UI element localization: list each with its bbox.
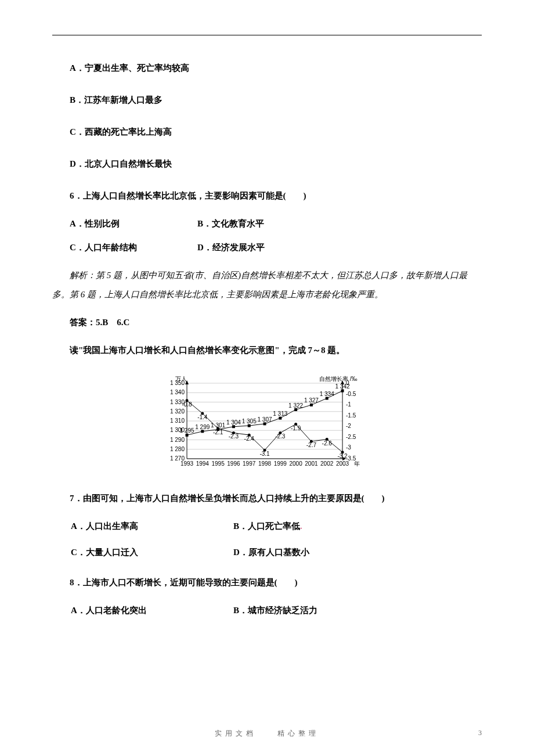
svg-text:-2.3: -2.3 (275, 433, 286, 440)
explanation-5-6: 解析：第 5 题，从图中可知五省(市、自治区)自然增长率相差不太大，但江苏总人口… (52, 266, 482, 304)
svg-text:2003: 2003 (336, 460, 349, 467)
intro-7-8: 读"我国上海市人口增长和人口自然增长率变化示意图"，完成 7～8 题。 (52, 341, 482, 360)
svg-text:-0.5: -0.5 (346, 391, 356, 397)
q7-stem: 7．由图可知，上海市人口自然增长呈负增长而总人口持续上升的主要原因是( ) (52, 489, 482, 508)
q5-option-d: D．北京人口自然增长最快 (52, 154, 482, 174)
footer-page-number: 3 (478, 729, 482, 737)
svg-text:-2.4: -2.4 (244, 435, 255, 442)
svg-rect-56 (264, 422, 266, 425)
svg-text:年: 年 (354, 460, 360, 467)
svg-text:1 295: 1 295 (179, 427, 194, 434)
q6-option-a: A．性别比例 (70, 218, 197, 229)
q6-option-b: B．文化教育水平 (197, 218, 325, 229)
svg-text:-0.8: -0.8 (182, 401, 192, 408)
answer-5-6: 答案：5.B 6.C (52, 317, 482, 328)
svg-rect-60 (294, 408, 297, 411)
svg-text:1 305: 1 305 (242, 418, 257, 424)
svg-text:2002: 2002 (320, 460, 334, 467)
svg-text:-3.2: -3.2 (337, 453, 348, 459)
svg-rect-48 (201, 430, 204, 433)
page-footer: 实用文档 精心整理 3 (0, 729, 534, 739)
svg-text:1 299: 1 299 (195, 424, 210, 430)
svg-rect-66 (341, 390, 344, 393)
page: A．宁夏出生率、死亡率均较高 B．江苏年新增人口最多 C．西藏的死亡率比上海高 … (0, 0, 534, 756)
q7-option-c: C．大量人口迁入 (71, 547, 233, 558)
svg-text:1 280: 1 280 (170, 446, 185, 452)
q6-options-row2: C．人口年龄结构 D．经济发展水平 (52, 242, 482, 253)
svg-text:2001: 2001 (305, 460, 318, 467)
q5-option-b: B．江苏年新增人口最多 (52, 91, 482, 110)
q7-option-b: B．人口死亡率低. (233, 521, 302, 532)
svg-rect-54 (248, 424, 251, 427)
svg-text:1 310: 1 310 (170, 417, 185, 424)
svg-text:1 327: 1 327 (304, 397, 319, 404)
q6-options-row1: A．性别比例 B．文化教育水平 (52, 218, 482, 229)
chart-container: 1 2701 2801 2901 3001 3101 3201 3301 340… (52, 373, 482, 471)
svg-text:-2: -2 (346, 423, 351, 429)
svg-text:1 342: 1 342 (335, 383, 349, 390)
svg-text:1 290: 1 290 (170, 437, 185, 443)
svg-text:-1: -1 (346, 401, 351, 408)
svg-text:1993: 1993 (181, 460, 194, 467)
shanghai-population-chart: 1 2701 2801 2901 3001 3101 3201 3301 340… (163, 373, 371, 471)
svg-text:1997: 1997 (243, 460, 256, 467)
q5-option-c: C．西藏的死亡率比上海高 (52, 123, 482, 142)
svg-rect-46 (186, 434, 189, 437)
q5-option-a: A．宁夏出生率、死亡率均较高 (52, 59, 482, 78)
q7-options: A．人口出生率高 B．人口死亡率低. C．大量人口迁入 D．原有人口基数小 (52, 521, 482, 558)
svg-text:-2.1: -2.1 (213, 429, 223, 435)
svg-rect-52 (232, 425, 235, 428)
svg-text:自然增长率 /‰: 自然增长率 /‰ (319, 376, 358, 382)
svg-rect-64 (326, 397, 329, 400)
svg-rect-58 (279, 417, 282, 420)
svg-text:1998: 1998 (258, 460, 272, 467)
svg-text:-1.5: -1.5 (346, 412, 356, 419)
svg-text:1995: 1995 (211, 460, 225, 467)
svg-text:1994: 1994 (196, 460, 210, 467)
q8-stem: 8．上海市人口不断增长，近期可能导致的主要问题是( ) (52, 573, 482, 592)
top-rule (52, 35, 482, 35)
footer-center: 实用文档 精心整理 (215, 729, 319, 739)
q8-option-b: B．城市经济缺乏活力 (233, 605, 317, 616)
svg-text:-1.9: -1.9 (291, 425, 301, 431)
svg-text:1 313: 1 313 (273, 411, 287, 417)
svg-text:-3: -3 (346, 444, 351, 451)
svg-text:1996: 1996 (227, 460, 240, 467)
q6-stem: 6．上海人口自然增长率比北京低，主要影响因素可能是( ) (52, 186, 482, 206)
q8-options: A．人口老龄化突出 B．城市经济缺乏活力 (52, 605, 482, 616)
svg-text:-1.4: -1.4 (197, 414, 208, 420)
svg-text:1 322: 1 322 (288, 402, 303, 409)
svg-text:-2.6: -2.6 (322, 440, 333, 447)
svg-text:1 304: 1 304 (226, 419, 241, 426)
svg-text:1 307: 1 307 (257, 416, 272, 423)
svg-text:-3.1: -3.1 (259, 451, 270, 457)
svg-text:-2.5: -2.5 (346, 434, 356, 440)
svg-text:2000: 2000 (289, 460, 302, 467)
svg-text:1999: 1999 (274, 460, 287, 467)
svg-text:-2.3: -2.3 (229, 433, 239, 440)
svg-text:1 320: 1 320 (170, 408, 185, 415)
q6-option-d: D．经济发展水平 (197, 242, 325, 253)
q7-option-d: D．原有人口基数小 (233, 547, 309, 558)
q7-option-a: A．人口出生率高 (71, 521, 233, 532)
svg-rect-62 (310, 404, 313, 406)
svg-text:1 340: 1 340 (170, 389, 185, 395)
q6-option-c: C．人口年龄结构 (70, 242, 197, 253)
q8-option-a: A．人口老龄化突出 (71, 605, 233, 616)
svg-text:万人: 万人 (175, 376, 187, 382)
svg-text:-2.7: -2.7 (306, 442, 317, 448)
pink-dot-icon: . (300, 521, 302, 531)
svg-text:1 334: 1 334 (320, 391, 334, 397)
